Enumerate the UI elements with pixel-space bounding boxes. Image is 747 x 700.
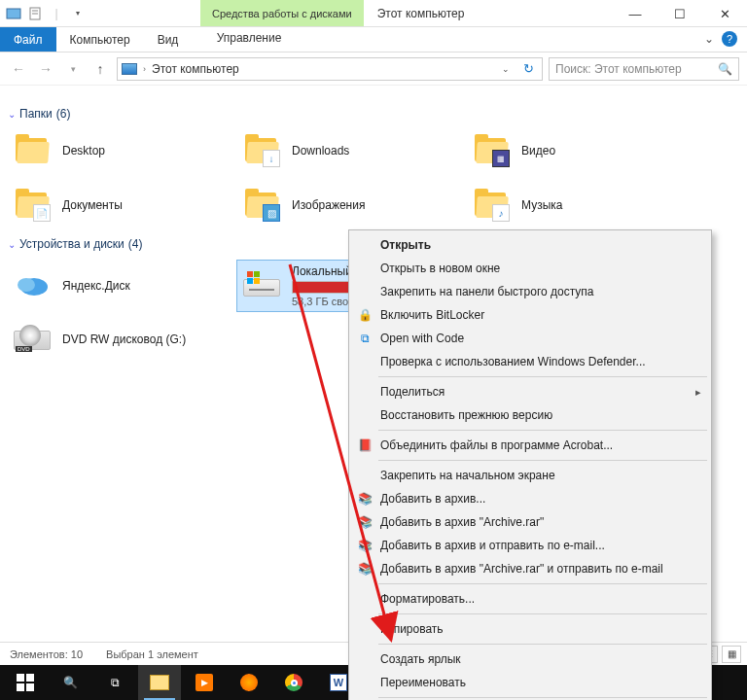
address-path[interactable]: Этот компьютер — [152, 62, 492, 76]
acrobat-icon: 📕 — [357, 438, 373, 453]
folders-group-count: (6) — [56, 107, 71, 121]
ctx-format[interactable]: Форматировать... — [351, 587, 709, 611]
chevron-down-icon: ⌄ — [8, 109, 16, 120]
close-button[interactable]: ✕ — [702, 0, 747, 27]
separator — [378, 697, 707, 698]
drive-icon — [243, 271, 280, 300]
ctx-archive-rar-email[interactable]: 📚Добавить в архив "Archive.rar" и отправ… — [351, 557, 709, 580]
folder-pictures[interactable]: ▨ Изображения — [237, 185, 467, 226]
taskbar-media-player[interactable]: ▶ — [183, 665, 226, 700]
drive-dvd[interactable]: DVD DVD RW дисковод (G:) — [8, 321, 237, 358]
folder-documents[interactable]: 📄 Документы — [8, 185, 237, 226]
ctx-share[interactable]: Поделиться▸ — [351, 380, 709, 403]
ctx-defender-scan[interactable]: Проверка с использованием Windows Defend… — [351, 350, 709, 373]
folder-label: Downloads — [292, 144, 349, 158]
this-pc-icon — [122, 63, 137, 75]
separator — [378, 430, 707, 431]
folder-label: Музыка — [521, 198, 562, 212]
computer-tab[interactable]: Компьютер — [56, 27, 144, 52]
ctx-add-archive[interactable]: 📚Добавить в архив... — [351, 487, 709, 510]
vscode-icon: ⧉ — [357, 331, 373, 346]
separator — [378, 376, 707, 377]
address-box[interactable]: › Этот компьютер ⌄ ↻ — [117, 57, 543, 81]
start-button[interactable] — [4, 665, 47, 700]
title-bar: | ▾ Средства работы с дисками Этот компь… — [0, 0, 747, 27]
ctx-rename[interactable]: Переименовать — [351, 671, 709, 694]
chevron-right-icon[interactable]: › — [143, 64, 146, 74]
folder-video[interactable]: ▦ Видео — [467, 130, 696, 171]
folders-group-header[interactable]: ⌄ Папки (6) — [8, 107, 747, 121]
status-selected-count: Выбран 1 элемент — [106, 648, 198, 660]
search-placeholder: Поиск: Этот компьютер — [555, 62, 682, 76]
folder-icon: 📄 — [14, 189, 51, 222]
refresh-icon[interactable]: ↻ — [519, 61, 538, 76]
separator — [378, 460, 707, 461]
folder-label: Документы — [62, 198, 123, 212]
separator — [378, 644, 707, 645]
forward-button[interactable]: → — [35, 58, 56, 80]
svg-point-5 — [18, 278, 35, 292]
manage-tab[interactable]: Управление — [193, 31, 305, 45]
taskbar-firefox[interactable] — [228, 665, 270, 700]
view-tab[interactable]: Вид — [144, 27, 193, 52]
contextual-tab-label: Средства работы с дисками — [200, 0, 364, 26]
icons-view-button[interactable]: ▦ — [722, 646, 741, 663]
ribbon-tabs: Файл Компьютер Вид Управление ⌄ ? — [0, 27, 747, 52]
address-bar-row: ← → ▾ ↑ › Этот компьютер ⌄ ↻ Поиск: Этот… — [0, 52, 747, 86]
taskbar-explorer[interactable] — [138, 665, 181, 700]
devices-group-label: Устройства и диски — [19, 237, 124, 251]
folder-music[interactable]: ♪ Музыка — [467, 185, 696, 226]
folder-downloads[interactable]: ↓ Downloads — [237, 130, 467, 171]
folder-label: Видео — [521, 144, 555, 158]
ctx-restore-version[interactable]: Восстановить прежнюю версию — [351, 403, 709, 427]
ctx-archive-email[interactable]: 📚Добавить в архив и отправить по e-mail.… — [351, 534, 709, 557]
search-icon[interactable]: 🔍 — [718, 62, 732, 76]
ctx-add-archive-rar[interactable]: 📚Добавить в архив "Archive.rar" — [351, 510, 709, 534]
minimize-button[interactable]: — — [613, 0, 658, 27]
folder-icon: ♪ — [473, 189, 510, 222]
properties-qat-icon[interactable] — [27, 6, 43, 21]
qat-divider: | — [49, 6, 64, 21]
folders-group-label: Папки — [19, 107, 53, 121]
separator — [378, 583, 707, 584]
qat-dropdown-icon[interactable]: ▾ — [70, 6, 86, 21]
file-tab[interactable]: Файл — [0, 27, 56, 52]
back-button[interactable]: ← — [8, 58, 29, 80]
ctx-bitlocker[interactable]: 🔒Включить BitLocker — [351, 303, 709, 327]
ctx-create-shortcut[interactable]: Создать ярлык — [351, 648, 709, 671]
window-title: Этот компьютер — [377, 7, 465, 20]
folder-icon: ▦ — [473, 134, 510, 167]
bitlocker-icon: 🔒 — [357, 307, 373, 323]
ctx-acrobat-combine[interactable]: 📕Объединить файлы в программе Acrobat... — [351, 434, 709, 457]
svg-rect-9 — [17, 683, 24, 691]
folder-desktop[interactable]: Desktop — [8, 130, 237, 171]
app-icon — [6, 6, 21, 21]
yandex-disk-icon — [14, 271, 51, 300]
ctx-pin-start[interactable]: Закрепить на начальном экране — [351, 464, 709, 487]
ctx-open-with-code[interactable]: ⧉Open with Code — [351, 327, 709, 350]
ctx-open-new-window[interactable]: Открыть в новом окне — [351, 257, 709, 280]
folder-icon — [14, 134, 51, 167]
up-button[interactable]: ↑ — [89, 58, 111, 80]
taskbar-chrome[interactable] — [272, 665, 315, 700]
search-box[interactable]: Поиск: Этот компьютер 🔍 — [549, 57, 739, 81]
search-taskbar-button[interactable]: 🔍 — [49, 665, 91, 700]
devices-group-count: (4) — [128, 237, 143, 251]
maximize-button[interactable]: ☐ — [658, 0, 702, 27]
ctx-pin-quick-access[interactable]: Закрепить на панели быстрого доступа — [351, 280, 709, 303]
drive-yandex-disk[interactable]: Яндекс.Диск — [8, 261, 237, 311]
help-icon[interactable]: ? — [722, 31, 737, 47]
context-menu: Открыть Открыть в новом окне Закрепить н… — [348, 229, 712, 700]
expand-ribbon-icon[interactable]: ⌄ — [704, 32, 714, 46]
address-dropdown-icon[interactable]: ⌄ — [498, 64, 514, 74]
drive-label: Яндекс.Диск — [62, 279, 130, 293]
task-view-button[interactable]: ⧉ — [93, 665, 136, 700]
dvd-drive-icon: DVD — [14, 325, 51, 354]
recent-dropdown-icon[interactable]: ▾ — [62, 58, 84, 80]
folder-label: Изображения — [292, 198, 365, 212]
ctx-open[interactable]: Открыть — [351, 233, 709, 257]
winrar-icon: 📚 — [357, 538, 373, 553]
svg-rect-10 — [26, 683, 34, 691]
winrar-icon: 📚 — [357, 514, 373, 530]
ctx-copy[interactable]: Копировать — [351, 617, 709, 641]
